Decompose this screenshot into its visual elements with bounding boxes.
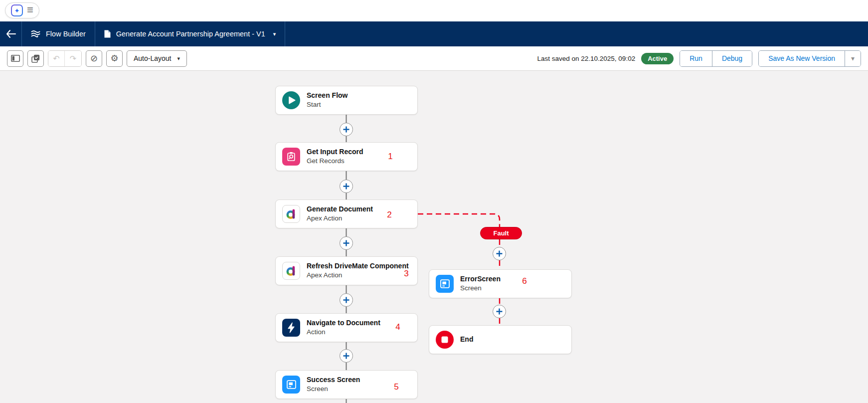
back-arrow-icon <box>6 30 16 38</box>
add-element-button[interactable] <box>340 236 353 250</box>
prohibit-icon: ⊘ <box>90 54 98 63</box>
flow-builder-icon <box>31 30 40 38</box>
run-button[interactable]: Run <box>680 51 712 66</box>
disable-flow-button[interactable]: ⊘ <box>86 50 102 67</box>
panel-toggle-icon <box>11 55 20 62</box>
sparkle-icon[interactable]: ✦ <box>11 4 23 16</box>
flow-canvas[interactable]: Fault Screen FlowStart Get Input RecordG… <box>0 71 868 403</box>
plus-icon <box>496 308 503 315</box>
last-saved-text: Last saved on 22.10.2025, 09:02 <box>537 55 635 62</box>
redo-icon: ↷ <box>70 54 76 63</box>
plus-icon <box>496 250 503 257</box>
flow-builder-header: Flow Builder Generate Account Partnershi… <box>0 21 868 46</box>
plus-icon <box>343 353 349 359</box>
add-element-button[interactable] <box>493 247 506 260</box>
fault-label[interactable]: Fault <box>480 227 522 239</box>
layout-select-value: Auto-Layout <box>134 54 172 62</box>
add-element-button[interactable] <box>340 293 353 307</box>
status-badge: Active <box>641 53 674 64</box>
node-subtitle: Screen <box>307 385 360 394</box>
gear-icon: ⚙ <box>110 54 118 63</box>
action-bolt-icon <box>282 319 300 337</box>
toggle-panel-button[interactable] <box>7 50 23 67</box>
screen-icon <box>282 376 300 394</box>
flow-title: Generate Account Partnership Agreement -… <box>116 30 265 38</box>
undo-icon: ↶ <box>53 54 59 63</box>
node-title: Refresh DriveMate Component <box>307 262 409 271</box>
drivemate-apex-icon <box>282 205 300 223</box>
node-title: Navigate to Document <box>307 319 380 328</box>
undo-button[interactable]: ↶ <box>48 51 65 66</box>
flow-node-generate-document[interactable]: Generate DocumentApex Action <box>275 200 418 228</box>
node-subtitle: Action <box>307 328 380 337</box>
annotation-6: 6 <box>522 277 526 285</box>
add-element-button[interactable] <box>493 305 506 318</box>
product-section: Flow Builder <box>22 21 95 46</box>
end-stop-icon <box>436 331 454 349</box>
settings-button[interactable]: ⚙ <box>106 50 123 67</box>
copy-elements-icon <box>31 54 40 63</box>
annotation-1: 1 <box>388 152 392 161</box>
node-subtitle: Apex Action <box>307 271 409 280</box>
chevron-down-icon: ▾ <box>177 56 180 61</box>
product-name: Flow Builder <box>46 30 86 38</box>
node-title: ErrorScreen <box>460 275 501 284</box>
undo-redo-group: ↶ ↷ <box>48 50 82 67</box>
flow-node-get-input-record[interactable]: Get Input RecordGet Records <box>275 142 418 171</box>
chevron-down-icon: ▾ <box>851 54 855 62</box>
add-element-button[interactable] <box>340 349 353 363</box>
plus-icon <box>343 240 349 246</box>
annotation-5: 5 <box>394 383 398 391</box>
assistant-pill[interactable]: ✦ ≡ <box>5 2 39 18</box>
start-play-icon <box>282 91 300 109</box>
redo-button[interactable]: ↷ <box>65 51 81 66</box>
select-elements-button[interactable] <box>27 50 44 67</box>
annotation-4: 4 <box>395 323 400 331</box>
debug-button[interactable]: Debug <box>712 51 752 66</box>
plus-icon <box>343 126 349 133</box>
save-options-button[interactable]: ▾ <box>845 51 861 66</box>
annotation-2: 2 <box>387 210 391 219</box>
browser-top-strip: ✦ ≡ <box>0 0 868 21</box>
save-group: Save As New Version ▾ <box>758 50 861 67</box>
add-element-button[interactable] <box>340 123 353 136</box>
flow-node-error-screen[interactable]: ErrorScreenScreen <box>429 269 572 298</box>
save-as-new-version-button[interactable]: Save As New Version <box>759 51 845 66</box>
plus-icon <box>343 297 349 303</box>
chevron-down-icon: ▾ <box>273 31 276 37</box>
node-title: Screen Flow <box>307 91 347 100</box>
node-title: Success Screen <box>307 376 360 385</box>
run-debug-group: Run Debug <box>680 50 752 67</box>
screen-icon <box>436 275 454 293</box>
node-subtitle: Apex Action <box>307 214 373 223</box>
node-subtitle: Get Records <box>307 157 363 166</box>
annotation-3: 3 <box>404 269 408 278</box>
node-title: End <box>460 335 473 344</box>
back-button[interactable] <box>0 21 22 46</box>
layout-select[interactable]: Auto-Layout ▾ <box>127 50 187 67</box>
node-subtitle: Screen <box>460 284 501 293</box>
flow-toolbar: ↶ ↷ ⊘ ⚙ Auto-Layout ▾ Last saved on 22.1… <box>0 46 868 71</box>
node-title: Get Input Record <box>307 148 363 157</box>
plus-icon <box>343 183 349 190</box>
get-records-icon <box>282 148 300 166</box>
node-title: Generate Document <box>307 205 373 214</box>
hamburger-menu-icon[interactable]: ≡ <box>27 4 33 15</box>
add-element-button[interactable] <box>340 180 353 193</box>
node-subtitle: Start <box>307 101 347 109</box>
flow-node-refresh-drivemate-component[interactable]: Refresh DriveMate ComponentApex Action <box>275 256 418 285</box>
toolbar-right: Last saved on 22.10.2025, 09:02 Active R… <box>537 50 861 67</box>
document-icon <box>104 30 111 38</box>
flow-node-end[interactable]: End <box>429 325 572 354</box>
drivemate-apex-icon <box>282 262 300 280</box>
flow-node-start[interactable]: Screen FlowStart <box>275 86 418 115</box>
flow-title-menu[interactable]: Generate Account Partnership Agreement -… <box>95 21 286 46</box>
